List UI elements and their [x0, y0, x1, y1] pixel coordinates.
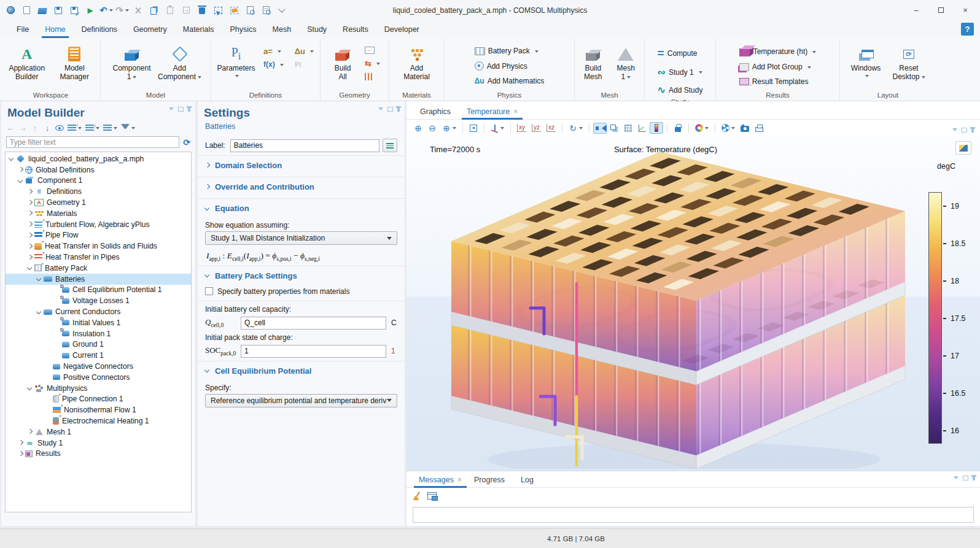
variables-button[interactable]: a=	[260, 45, 287, 57]
separator[interactable]	[688, 123, 689, 133]
menu-study[interactable]: Study	[299, 22, 335, 37]
refresh-icon[interactable]: ⟳	[183, 137, 190, 147]
tab-log[interactable]: Log	[515, 473, 543, 487]
expander-icon[interactable]	[26, 199, 33, 206]
tree-item[interactable]: Mesh 1	[6, 426, 191, 438]
nonlocal-couplings-button[interactable]: Δu	[291, 45, 317, 57]
section-override-contribution[interactable]: Override and Contribution	[198, 177, 405, 196]
expander-icon[interactable]	[26, 254, 33, 261]
color-palette-icon[interactable]	[693, 122, 711, 134]
paste-icon[interactable]	[162, 3, 178, 18]
help-button[interactable]: ?	[961, 23, 974, 36]
tree-item[interactable]: Electrochemical Heating 1	[6, 415, 191, 426]
expander-icon[interactable]	[26, 221, 33, 228]
messages-table-icon[interactable]	[427, 492, 437, 500]
menu-definitions[interactable]: Definitions	[74, 22, 125, 37]
tree-item[interactable]: Heat Transfer in Solids and Fluids	[6, 241, 191, 252]
add-study-button[interactable]: ∿Add Study	[654, 83, 707, 97]
environment-icon[interactable]	[719, 122, 737, 134]
expander-icon[interactable]	[36, 309, 42, 315]
tree-item[interactable]: Battery Pack	[6, 263, 191, 274]
tree-item[interactable]: Turbulent Flow, Algebraic yPlus	[6, 219, 191, 230]
lock-icon[interactable]	[671, 122, 685, 134]
tree-item[interactable]: Insulation 1	[6, 328, 191, 339]
parameter-case-button[interactable]: Pi	[291, 58, 317, 71]
menu-home[interactable]: Home	[37, 22, 73, 37]
menu-materials[interactable]: Materials	[175, 22, 222, 37]
application-builder-button[interactable]: A Application Builder	[4, 41, 50, 90]
expander-icon[interactable]	[8, 155, 15, 162]
tree-item[interactable]: Heat Transfer in Pipes	[6, 252, 191, 263]
tree-item[interactable]: Study 1	[6, 438, 191, 449]
snapshot-icon[interactable]	[738, 123, 752, 134]
functions-button[interactable]: f(x)	[260, 58, 287, 71]
tree-item[interactable]: Current 1	[6, 350, 191, 361]
expander-icon[interactable]	[26, 210, 33, 217]
zoom-out-icon[interactable]: ⊖	[426, 122, 439, 135]
cut-icon[interactable]	[130, 3, 146, 18]
section-cell-equilibrium-potential[interactable]: Cell Equilibrium Potential	[198, 361, 405, 380]
undo-icon[interactable]: ↶	[98, 3, 114, 18]
expander-icon[interactable]	[36, 276, 42, 282]
zoom-extents-icon[interactable]	[467, 123, 480, 134]
tree-item[interactable]: liquid_cooled_battery_pack_a.mph	[6, 153, 191, 164]
maximize-button[interactable]	[928, 2, 953, 19]
panel-window-controls[interactable]	[954, 476, 975, 482]
add-plot-group-button[interactable]: Add Plot Group	[736, 61, 820, 72]
tree-item[interactable]: Voltage Losses 1	[6, 295, 191, 306]
view-yz-icon[interactable]: yz	[529, 122, 543, 134]
print-icon[interactable]	[752, 123, 766, 134]
nav-back-icon[interactable]: ←	[5, 122, 16, 134]
panel-window-controls[interactable]	[378, 107, 400, 113]
tab-graphics[interactable]: Graphics	[414, 104, 461, 119]
mesh-1-button[interactable]: Mesh 1	[610, 41, 642, 90]
tree-item[interactable]: Pipe Connection 1	[6, 394, 191, 405]
tab-temperature[interactable]: Temperature×	[461, 104, 524, 119]
save-icon[interactable]	[50, 3, 66, 18]
panel-window-controls[interactable]	[169, 107, 190, 113]
temperature-plot-button[interactable]: Temperature (ht)	[736, 45, 820, 58]
battery-pack-button[interactable]: Battery Pack	[471, 45, 548, 56]
view-orientation-icon[interactable]	[488, 123, 507, 134]
add-mathematics-button[interactable]: ΔuAdd Mathematics	[471, 75, 548, 87]
rename-button[interactable]	[383, 139, 397, 152]
add-material-button[interactable]: Add Material	[395, 41, 438, 90]
close-button[interactable]: ×	[953, 2, 978, 19]
build-mesh-button[interactable]: Build Mesh	[577, 41, 609, 90]
expander-icon[interactable]	[26, 264, 33, 271]
separator[interactable]	[462, 123, 463, 133]
compute-button[interactable]: =Compute	[654, 45, 707, 61]
plot-area[interactable]: Time=72000 s Surface: Temperature (degC)	[406, 136, 980, 471]
tree-item[interactable]: Definitions	[6, 186, 191, 197]
model-manager-button[interactable]: Model Manager	[52, 41, 98, 90]
tree-item[interactable]: Geometry 1	[6, 197, 191, 208]
separator[interactable]	[562, 123, 562, 133]
expander-icon[interactable]	[17, 450, 24, 457]
transparency-icon[interactable]	[607, 123, 621, 134]
study-1-button[interactable]: ∾Study 1	[654, 65, 707, 79]
plot-thumbnail-button[interactable]	[955, 141, 971, 155]
view-xz-icon[interactable]: xz	[544, 122, 558, 134]
tree-item[interactable]: Materials	[6, 208, 191, 219]
comsol-logo-icon[interactable]	[2, 3, 18, 18]
close-tab-icon[interactable]: ×	[457, 476, 462, 484]
zoom-in-icon[interactable]: ⊕	[411, 122, 425, 135]
expander-icon[interactable]	[17, 439, 24, 446]
show-icon[interactable]	[54, 124, 65, 132]
expander-icon[interactable]	[26, 243, 33, 250]
separator[interactable]	[589, 123, 589, 133]
toolbar-overflow-icon[interactable]	[274, 3, 290, 18]
rebuild-button[interactable]: ⇆	[361, 58, 384, 69]
cep-specify-dropdown[interactable]: Reference equilibrium potential and temp…	[205, 394, 397, 407]
add-physics-button[interactable]: Add Physics	[471, 60, 548, 72]
delete-icon[interactable]	[194, 3, 210, 18]
parameters-button[interactable]: Pi Parameters	[214, 41, 259, 90]
color-legend-icon[interactable]	[650, 122, 663, 134]
section-battery-pack-settings[interactable]: Battery Pack Settings	[198, 266, 405, 285]
separator[interactable]	[667, 123, 667, 133]
tree-item[interactable]: Batteries	[6, 274, 191, 285]
scene-light-icon[interactable]	[593, 123, 607, 134]
menu-mesh[interactable]: Mesh	[265, 22, 300, 37]
windows-button[interactable]: Windows	[846, 41, 886, 90]
tree-item[interactable]: Current Conductors	[6, 306, 191, 317]
